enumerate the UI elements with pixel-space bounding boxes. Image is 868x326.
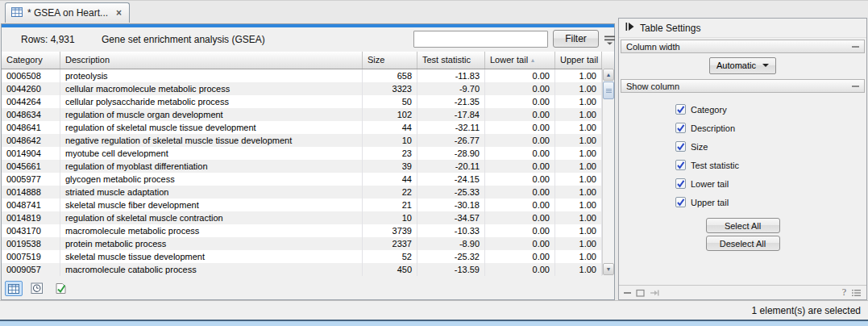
table-row[interactable]: 0043170macromolecule metabolic process37… [2, 224, 614, 237]
table-row[interactable]: 0048642negative regulation of skeletal m… [2, 134, 614, 147]
collapse-group-icon[interactable] [852, 46, 859, 48]
table-row[interactable]: 0014904myotube cell development23-28.900… [2, 147, 614, 160]
tab-gsea-on-heart[interactable]: * GSEA on Heart... × [5, 2, 130, 23]
dock-panel-icon[interactable] [650, 286, 659, 300]
table-row[interactable]: 0044264cellular polysaccharide metabolic… [2, 95, 614, 108]
table-cell-size: 10 [363, 134, 417, 147]
table-row[interactable]: 0014819regulation of skeletal muscle con… [2, 211, 614, 224]
table-row[interactable]: 0048641regulation of skeletal muscle tis… [2, 121, 614, 134]
checkbox-checked-icon[interactable] [675, 197, 686, 207]
table-cell-test-statistic: -11.83 [417, 69, 485, 82]
checkbox-checked-icon[interactable] [675, 160, 686, 170]
table-row[interactable]: 0006508proteolysis658-11.830.001.00 [2, 69, 614, 82]
table-cell-test-statistic: -8.90 [417, 237, 485, 250]
table-cell-description: regulation of skeletal muscle contractio… [60, 211, 363, 224]
table-cell-size: 52 [363, 250, 417, 263]
filter-input[interactable] [413, 31, 548, 48]
collapse-group-icon[interactable] [852, 86, 859, 87]
element-info-view-icon[interactable] [52, 281, 69, 296]
show-column-option-size[interactable]: Size [675, 137, 865, 156]
table-cell-size: 23 [363, 147, 417, 160]
help-icon[interactable]: ? [842, 286, 846, 299]
show-column-option-description[interactable]: Description [675, 119, 865, 137]
table-row[interactable]: 0007519skeletal muscle tissue developmen… [2, 250, 614, 263]
table-row[interactable]: 0045661regulation of myoblast differenti… [2, 160, 614, 173]
table-cell-size: 44 [363, 121, 417, 134]
advanced-filter-icon[interactable] [604, 34, 616, 44]
history-view-icon[interactable] [28, 281, 46, 296]
table-cell-lower-tail: 0.00 [485, 95, 555, 108]
select-all-button[interactable]: Select All [706, 218, 780, 233]
column-width-dropdown[interactable]: Automatic [709, 57, 776, 74]
table-view-panel: Rows: 4,931 Gene set enrichment analysis… [1, 23, 615, 300]
table-cell-upper-tail: 1.00 [555, 250, 602, 263]
table-cell-size: 3323 [363, 82, 417, 95]
table-cell-upper-tail: 1.00 [555, 134, 602, 147]
table-cell-category: 0006508 [2, 69, 60, 82]
float-panel-icon[interactable] [636, 286, 645, 300]
column-header-test-statistic[interactable]: Test statistic [417, 52, 485, 69]
column-header-label: Size [368, 55, 384, 65]
panel-menu-icon[interactable] [851, 286, 862, 300]
column-header-label: Upper tail [560, 55, 598, 65]
show-column-option-upper-tail[interactable]: Upper tail [675, 193, 865, 211]
results-table: CategoryDescriptionSizeTest statisticLow… [2, 52, 614, 275]
column-header-category[interactable]: Category [2, 52, 60, 69]
table-cell-test-statistic: -34.57 [417, 211, 485, 224]
table-cell-upper-tail: 1.00 [555, 160, 602, 173]
table-cell-size: 102 [363, 108, 417, 121]
column-width-group: Column width Automatic [621, 40, 865, 77]
table-cell-category: 0005977 [2, 173, 60, 186]
table-row[interactable]: 0044260cellular macromolecule metabolic … [2, 82, 614, 95]
column-header-size[interactable]: Size [363, 52, 417, 69]
vertical-scrollbar[interactable]: ▲ ▼ [602, 69, 614, 275]
table-view-icon[interactable] [5, 281, 23, 296]
table-cell-lower-tail: 0.00 [485, 82, 555, 95]
column-header-lower-tail[interactable]: Lower tail▴ [485, 52, 555, 69]
panel-collapse-icon[interactable] [625, 22, 634, 34]
column-header-label: Test statistic [422, 55, 471, 65]
table-cell-category: 0044260 [2, 82, 60, 95]
table-cell-upper-tail: 1.00 [555, 199, 602, 211]
checkbox-checked-icon[interactable] [675, 123, 686, 133]
checkbox-checked-icon[interactable] [675, 178, 686, 189]
show-column-option-test-statistic[interactable]: Test statistic [675, 156, 865, 174]
table-cell-description: myotube cell development [60, 147, 363, 160]
table-cell-description: regulation of myoblast differentiation [60, 160, 363, 173]
scroll-up-button[interactable]: ▲ [603, 69, 614, 81]
column-width-group-header[interactable]: Column width [621, 40, 865, 53]
show-column-group-header[interactable]: Show column [621, 79, 865, 93]
filter-button[interactable]: Filter [553, 30, 599, 48]
column-header-label: Category [6, 55, 43, 65]
table-row[interactable]: 0048634regulation of muscle organ develo… [2, 108, 614, 121]
table-cell-lower-tail: 0.00 [485, 263, 555, 276]
column-header-upper-tail[interactable]: Upper tail [555, 52, 602, 69]
table-row[interactable]: 0019538protein metabolic process2337-8.9… [2, 237, 614, 250]
chevron-down-icon [762, 64, 769, 67]
table-cell-test-statistic: -25.33 [417, 186, 485, 199]
show-column-option-category[interactable]: Category [675, 100, 865, 119]
table-cell-category: 0045661 [2, 160, 60, 173]
checkbox-label: Test statistic [691, 161, 739, 170]
table-row[interactable]: 0005977glycogen metabolic process44-24.1… [2, 173, 614, 186]
table-row[interactable]: 0014888striated muscle adaptation22-25.3… [2, 186, 614, 199]
table-cell-lower-tail: 0.00 [485, 186, 555, 199]
scroll-down-button[interactable]: ▼ [603, 263, 614, 275]
table-cell-description: cellular macromolecule metabolic process [60, 82, 363, 95]
column-header-description[interactable]: Description [60, 52, 363, 69]
table-cell-description: macromolecule catabolic process [60, 263, 363, 276]
deselect-all-button[interactable]: Deselect All [706, 236, 780, 251]
table-settings-title: Table Settings [640, 23, 700, 34]
table-row[interactable]: 0048741skeletal muscle fiber development… [2, 199, 614, 211]
checkbox-checked-icon[interactable] [675, 104, 686, 115]
scrollbar-thumb[interactable] [603, 82, 614, 99]
minimize-panel-icon[interactable] [624, 292, 631, 294]
table-cell-test-statistic: -10.33 [417, 224, 485, 237]
tab-close-icon[interactable]: × [116, 7, 122, 19]
table-cell-upper-tail: 1.00 [555, 147, 602, 160]
table-title: Gene set enrichment analysis (GSEA) [102, 34, 265, 45]
table-cell-category: 0014819 [2, 211, 60, 224]
show-column-option-lower-tail[interactable]: Lower tail [675, 174, 865, 193]
table-row[interactable]: 0009057macromolecule catabolic process45… [2, 263, 614, 276]
checkbox-checked-icon[interactable] [675, 141, 686, 152]
